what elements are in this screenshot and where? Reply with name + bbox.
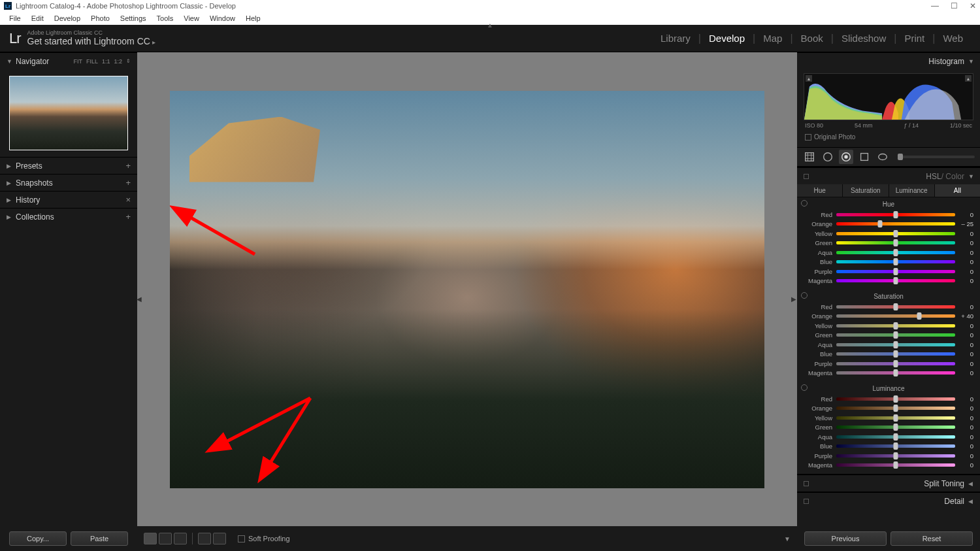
graduated-filter-tool[interactable]	[857, 150, 872, 164]
split-toning-header[interactable]: Split Toning ◀	[797, 475, 980, 492]
navigator-header[interactable]: ▼ Navigator FITFILL1:11:2⇕	[0, 52, 137, 69]
copy-button[interactable]: Copy...	[9, 531, 67, 546]
panel-presets[interactable]: ▶Presets+	[0, 157, 137, 174]
highlight-clipping-icon[interactable]: ▲	[965, 75, 972, 82]
panel-history[interactable]: ▶History×	[0, 191, 137, 208]
toolbar-menu-icon[interactable]: ▼	[784, 535, 791, 543]
panel-action-icon[interactable]: ×	[125, 195, 131, 205]
slider-saturation-blue[interactable]: Blue0	[804, 350, 973, 359]
maximize-button[interactable]: ☐	[951, 1, 958, 10]
radial-filter-tool[interactable]	[875, 150, 890, 164]
chevron-down-icon: ▼	[7, 58, 12, 65]
menu-develop[interactable]: Develop	[49, 13, 86, 24]
slider-saturation-orange[interactable]: Orange+ 40	[804, 312, 973, 322]
panel-collections[interactable]: ▶Collections+	[0, 208, 137, 225]
minimize-button[interactable]: —	[931, 1, 939, 10]
menu-settings[interactable]: Settings	[115, 13, 152, 24]
hsl-tab-hue[interactable]: Hue	[797, 184, 843, 197]
menu-edit[interactable]: Edit	[26, 13, 49, 24]
panel-switch-icon[interactable]	[804, 174, 809, 179]
close-button[interactable]: ✕	[970, 1, 976, 10]
panel-snapshots[interactable]: ▶Snapshots+	[0, 174, 137, 191]
slider-saturation-red[interactable]: Red0	[804, 302, 973, 312]
panel-switch-icon[interactable]	[804, 481, 809, 486]
slider-luminance-aqua[interactable]: Aqua0	[804, 432, 973, 442]
slider-hue-purple[interactable]: Purple0	[804, 267, 973, 276]
paste-button[interactable]: Paste	[71, 531, 128, 546]
module-develop[interactable]: Develop	[701, 33, 753, 44]
slider-saturation-green[interactable]: Green0	[804, 331, 973, 341]
original-photo-toggle[interactable]: Original Photo	[804, 131, 973, 143]
slider-luminance-green[interactable]: Green0	[804, 423, 973, 433]
slider-hue-yellow[interactable]: Yellow0	[804, 229, 973, 239]
slider-hue-aqua[interactable]: Aqua0	[804, 248, 973, 258]
panel-toggle-right-icon[interactable]: ▶	[791, 290, 798, 309]
slider-luminance-blue[interactable]: Blue0	[804, 442, 973, 452]
hsl-panel-header[interactable]: HSL / Color ▼	[797, 167, 980, 184]
slider-luminance-red[interactable]: Red0	[804, 394, 973, 404]
crop-tool[interactable]	[802, 150, 817, 164]
menu-tools[interactable]: Tools	[152, 13, 179, 24]
module-map[interactable]: Map	[755, 33, 790, 44]
zoom-fit[interactable]: FIT	[73, 58, 82, 65]
module-web[interactable]: Web	[935, 33, 971, 44]
panel-action-icon[interactable]: +	[125, 161, 131, 171]
menu-photo[interactable]: Photo	[86, 13, 115, 24]
soft-proofing-toggle[interactable]: Soft Proofing	[238, 535, 290, 543]
slider-hue-blue[interactable]: Blue0	[804, 258, 973, 267]
hsl-tab-saturation[interactable]: Saturation	[843, 184, 889, 197]
navigator-thumbnail[interactable]	[9, 76, 128, 150]
zoom-stepper-icon[interactable]: ⇕	[126, 58, 131, 65]
zoom-1-1[interactable]: 1:1	[102, 58, 110, 65]
loupe-view-button[interactable]	[144, 533, 157, 544]
histogram[interactable]: ▲ ▲	[804, 73, 973, 120]
slider-saturation-magenta[interactable]: Magenta0	[804, 369, 973, 378]
detail-header[interactable]: Detail ◀	[797, 492, 980, 509]
slider-saturation-aqua[interactable]: Aqua0	[804, 340, 973, 350]
menu-window[interactable]: Window	[204, 13, 240, 24]
menu-file[interactable]: File	[4, 13, 26, 24]
slider-hue-red[interactable]: Red0	[804, 210, 973, 220]
slider-luminance-purple[interactable]: Purple0	[804, 451, 973, 461]
spot-removal-tool[interactable]	[821, 150, 835, 164]
slider-luminance-magenta[interactable]: Magenta0	[804, 461, 973, 471]
panel-action-icon[interactable]: +	[125, 212, 131, 222]
shadow-clipping-icon[interactable]: ▲	[806, 75, 812, 82]
targeted-adjustment-icon[interactable]	[801, 384, 808, 391]
menu-help[interactable]: Help	[240, 13, 266, 24]
slider-hue-magenta[interactable]: Magenta0	[804, 276, 973, 286]
hsl-tab-all[interactable]: All	[935, 184, 980, 197]
slider-hue-green[interactable]: Green0	[804, 239, 973, 248]
previous-button[interactable]: Previous	[804, 531, 887, 546]
slider-saturation-purple[interactable]: Purple0	[804, 359, 973, 369]
header-title[interactable]: Get started with Lightroom CC	[27, 37, 155, 46]
survey-view-button[interactable]	[213, 533, 226, 544]
menu-view[interactable]: View	[178, 13, 204, 24]
slider-luminance-orange[interactable]: Orange0	[804, 404, 973, 414]
before-after-lr-button[interactable]	[159, 533, 172, 544]
hsl-tab-luminance[interactable]: Luminance	[889, 184, 935, 197]
reset-button[interactable]: Reset	[890, 531, 973, 546]
preview-image[interactable]	[170, 91, 764, 488]
slider-hue-orange[interactable]: Orange– 25	[804, 220, 973, 229]
panel-switch-icon[interactable]	[804, 499, 809, 504]
module-library[interactable]: Library	[653, 33, 698, 44]
zoom-1-2[interactable]: 1:2	[114, 58, 122, 65]
redeye-tool[interactable]	[839, 150, 853, 164]
module-print[interactable]: Print	[896, 33, 932, 44]
zoom-fill[interactable]: FILL	[86, 58, 98, 65]
chevron-right-icon: ▶	[7, 163, 12, 169]
panel-action-icon[interactable]: +	[125, 178, 131, 188]
targeted-adjustment-icon[interactable]	[801, 292, 808, 299]
module-book[interactable]: Book	[793, 33, 831, 44]
module-slideshow[interactable]: Slideshow	[834, 33, 894, 44]
panel-toggle-top-icon[interactable]: ▲	[487, 22, 493, 29]
before-after-tb-button[interactable]	[174, 533, 187, 544]
compare-view-button[interactable]	[198, 533, 211, 544]
slider-luminance-yellow[interactable]: Yellow0	[804, 413, 973, 423]
slider-saturation-yellow[interactable]: Yellow0	[804, 321, 973, 331]
histogram-header[interactable]: Histogram ▼	[797, 52, 980, 69]
mask-slider[interactable]	[898, 156, 975, 158]
targeted-adjustment-icon[interactable]	[801, 200, 808, 207]
panel-toggle-left-icon[interactable]: ◀	[137, 290, 143, 309]
